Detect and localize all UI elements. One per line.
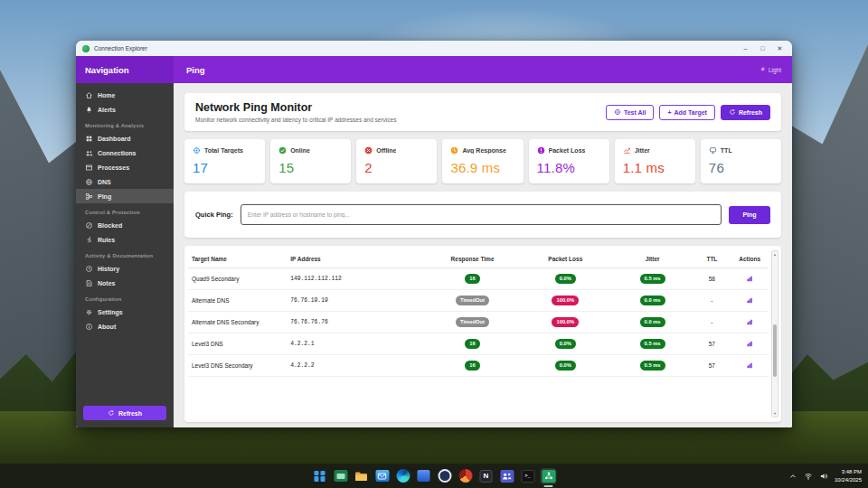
- sidebar-item-home[interactable]: Home: [76, 88, 174, 102]
- jitter-badge: 0.0 ms: [640, 296, 665, 305]
- sidebar-item-connections[interactable]: Connections: [76, 145, 174, 160]
- taskbar-app-ring-badge[interactable]: [437, 468, 453, 484]
- jitter-badge: 0.5 ms: [640, 339, 665, 349]
- quick-ping-input[interactable]: [241, 204, 722, 225]
- dns-icon: [85, 178, 93, 186]
- cell-ttl: 58: [693, 268, 731, 290]
- row-stats-button[interactable]: [744, 292, 755, 309]
- page-title: Ping: [186, 65, 760, 75]
- col-jitter[interactable]: Jitter: [612, 249, 693, 268]
- jitter-badge: 0.5 ms: [640, 361, 665, 371]
- taskbar-app-screen[interactable]: [333, 468, 349, 484]
- scroll-up-arrow[interactable]: ▲: [772, 251, 778, 258]
- row-stats-button[interactable]: [744, 314, 755, 331]
- col-actions[interactable]: Actions: [731, 249, 769, 268]
- row-stats-button[interactable]: [744, 357, 755, 374]
- loss-badge: 0.0%: [555, 339, 576, 349]
- sidebar-section-control: Control & Protection: [76, 203, 174, 218]
- notes-app-icon: N: [480, 470, 493, 483]
- stat-value: 36.9 ms: [450, 160, 515, 175]
- pie-chart-icon: [458, 469, 472, 483]
- taskbar-app-connection-explorer[interactable]: [541, 468, 557, 484]
- bar-chart-icon: [746, 275, 753, 283]
- desktop: Connection Explorer – □ ✕ Navigation Pin…: [0, 0, 868, 488]
- sidebar-item-blocked[interactable]: Blocked: [76, 218, 174, 232]
- test-all-button[interactable]: Test All: [606, 105, 655, 120]
- table-row[interactable]: Alternate DNS Secondary 76.76.76.76 Time…: [188, 312, 769, 333]
- sidebar-item-ping[interactable]: Ping: [76, 189, 174, 203]
- table-scrollbar[interactable]: ▲ ▼: [771, 250, 778, 418]
- taskbar: N >_ 3:48 PM 10/24/2025: [0, 464, 868, 488]
- col-response-time[interactable]: Response Time: [426, 249, 519, 268]
- response-badge: 16: [465, 274, 479, 284]
- scroll-down-arrow[interactable]: ▼: [772, 410, 778, 417]
- loss-badge: 100.0%: [552, 317, 579, 327]
- window-titlebar[interactable]: Connection Explorer – □ ✕: [76, 41, 792, 56]
- maximize-button[interactable]: □: [754, 42, 771, 55]
- table-row[interactable]: Level3 DNS Secondary 4.2.2.2 16 0.0% 0.5…: [188, 355, 769, 377]
- hidden-icons-chevron[interactable]: [788, 472, 797, 481]
- taskbar-app-pie[interactable]: [458, 468, 474, 484]
- sidebar-item-label: Notes: [98, 280, 115, 286]
- sidebar-item-about[interactable]: About: [76, 319, 174, 333]
- taskbar-app-terminal[interactable]: >_: [520, 468, 536, 484]
- row-stats-button[interactable]: [744, 335, 755, 352]
- sidebar-section-activity: Activity & Documentation: [76, 247, 174, 261]
- nav-title: Navigation: [85, 65, 129, 75]
- theme-label: Light: [769, 67, 781, 73]
- sidebar-item-label: Connections: [98, 150, 136, 156]
- table-row[interactable]: Level3 DNS 4.2.2.1 16 0.0% 0.5 ms 57: [188, 333, 769, 355]
- table-row[interactable]: Quad9 Secondary 149.112.112.112 16 0.0% …: [188, 268, 769, 290]
- screen-app-icon: [334, 470, 347, 482]
- refresh-button[interactable]: Refresh: [721, 105, 770, 120]
- col-ttl[interactable]: TTL: [693, 249, 731, 268]
- monitor-icon: [709, 146, 717, 155]
- connections-icon: [85, 149, 93, 157]
- loss-badge: 0.0%: [555, 274, 576, 284]
- sidebar-item-settings[interactable]: Settings: [76, 305, 174, 319]
- main-content: Network Ping Monitor Monitor network con…: [174, 83, 792, 427]
- sidebar-item-notes[interactable]: Notes: [76, 276, 174, 290]
- close-button[interactable]: ✕: [771, 42, 788, 55]
- sidebar-item-dashboard[interactable]: Dashboard: [76, 131, 174, 145]
- taskbar-clock[interactable]: 3:48 PM 10/24/2025: [835, 468, 862, 483]
- taskbar-app-notes[interactable]: N: [478, 468, 495, 484]
- table-row[interactable]: Alternate DNS 76.76.19.19 TimedOut 100.0…: [188, 290, 769, 312]
- blocked-icon: [85, 221, 93, 230]
- sidebar-item-rules[interactable]: Rules: [76, 232, 174, 247]
- col-packet-loss[interactable]: Packet Loss: [519, 249, 612, 268]
- notes-icon: [85, 279, 93, 287]
- sidebar-item-label: DNS: [98, 179, 111, 185]
- start-button[interactable]: [312, 468, 328, 484]
- scrollbar-thumb[interactable]: [773, 324, 777, 378]
- taskbar-app-mail[interactable]: [374, 468, 391, 484]
- sidebar-item-alerts[interactable]: Alerts: [76, 102, 174, 117]
- col-ip-address[interactable]: IP Address: [287, 249, 426, 268]
- row-stats-button[interactable]: [744, 270, 755, 287]
- page-header-card: Network Ping Monitor Monitor network con…: [184, 93, 781, 131]
- taskbar-app-edge[interactable]: [395, 468, 411, 484]
- cell-ip: 76.76.76.76: [287, 312, 426, 333]
- ping-button[interactable]: Ping: [729, 206, 770, 224]
- taskbar-app-file-explorer[interactable]: [354, 468, 370, 484]
- sidebar-item-label: Dashboard: [98, 136, 131, 142]
- network-icon[interactable]: [804, 472, 813, 481]
- sidebar-item-processes[interactable]: Processes: [76, 160, 174, 174]
- col-target-name[interactable]: Target Name: [188, 249, 287, 268]
- taskbar-app-teams[interactable]: [499, 468, 515, 484]
- sidebar-item-dns[interactable]: DNS: [76, 174, 174, 189]
- theme-toggle[interactable]: ☀ Light: [760, 66, 781, 73]
- settings-icon: [85, 308, 93, 316]
- ring-badge-icon: [438, 469, 451, 483]
- jitter-badge: 0.0 ms: [640, 317, 665, 327]
- clock-icon: [450, 146, 458, 155]
- sidebar-refresh-button[interactable]: Refresh: [83, 406, 166, 420]
- sidebar-item-history[interactable]: History: [76, 261, 174, 276]
- volume-icon[interactable]: [819, 472, 828, 481]
- taskbar-app-blue-box[interactable]: [416, 468, 432, 484]
- add-target-button[interactable]: + Add Target: [659, 105, 715, 120]
- sidebar-item-label: Processes: [98, 164, 129, 171]
- minimize-button[interactable]: –: [737, 42, 754, 55]
- dashboard-icon: [85, 135, 93, 143]
- cell-target-name: Level3 DNS: [188, 333, 287, 355]
